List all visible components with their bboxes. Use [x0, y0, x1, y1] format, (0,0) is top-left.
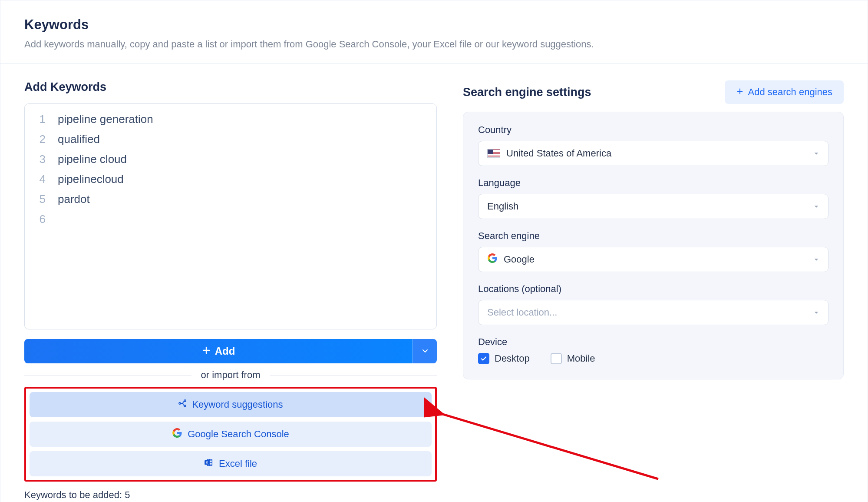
chevron-down-icon: [813, 201, 819, 212]
chevron-down-icon: [813, 254, 819, 265]
add-button-label: Add: [215, 345, 235, 357]
svg-point-2: [184, 405, 186, 407]
desktop-label: Desktop: [495, 353, 530, 364]
keyword-row: 3 pipeline cloud: [25, 149, 436, 169]
import-buttons-group: Keyword suggestions Google Search Consol…: [24, 387, 437, 482]
page-title: Keywords: [24, 17, 844, 33]
svg-point-1: [184, 400, 186, 402]
device-label: Device: [478, 336, 828, 348]
keyword-row: 6: [25, 209, 436, 229]
keyword-row: 1 pipeline generation: [25, 109, 436, 129]
mobile-checkbox[interactable]: Mobile: [551, 353, 595, 364]
country-value: United States of America: [506, 148, 611, 159]
import-label: Google Search Console: [188, 429, 289, 440]
google-icon: [487, 253, 498, 266]
locations-label: Locations (optional): [478, 283, 828, 295]
search-engine-label: Search engine: [478, 230, 828, 242]
keyword-text: qualified: [58, 129, 429, 149]
chevron-down-icon: [422, 347, 429, 356]
plus-icon: [736, 86, 744, 98]
desktop-checkbox[interactable]: Desktop: [478, 353, 530, 364]
checkbox-checked-icon: [478, 353, 489, 364]
country-select[interactable]: United States of America: [478, 141, 828, 166]
chevron-down-icon: [813, 148, 819, 159]
google-icon: [172, 428, 182, 441]
keyword-suggestions-button[interactable]: Keyword suggestions: [30, 392, 432, 417]
search-engine-value: Google: [504, 254, 535, 265]
country-label: Country: [478, 124, 828, 136]
keyword-text: pardot: [58, 189, 429, 209]
keyword-text: pipeline generation: [58, 109, 429, 129]
chevron-down-icon: [813, 307, 819, 318]
keyword-row: 4 pipelinecloud: [25, 169, 436, 189]
google-search-console-button[interactable]: Google Search Console: [30, 422, 432, 447]
locations-placeholder: Select location...: [487, 307, 557, 318]
language-value: English: [487, 201, 518, 212]
add-search-engines-button[interactable]: Add search engines: [725, 80, 844, 104]
keywords-count: Keywords to be added: 5: [24, 489, 437, 501]
mobile-label: Mobile: [567, 353, 595, 364]
search-engine-select[interactable]: Google: [478, 247, 828, 272]
excel-icon: [204, 458, 214, 470]
keyword-row: 5 pardot: [25, 189, 436, 209]
add-button-dropdown[interactable]: [413, 339, 437, 363]
us-flag-icon: [487, 149, 500, 158]
add-se-label: Add search engines: [748, 86, 832, 98]
search-engine-settings-heading: Search engine settings: [463, 86, 591, 99]
language-label: Language: [478, 177, 828, 189]
branch-icon: [178, 399, 187, 410]
import-label: Keyword suggestions: [192, 399, 283, 410]
keyword-text: pipeline cloud: [58, 149, 429, 169]
keyword-row: 2 qualified: [25, 129, 436, 149]
search-engine-settings-panel: Country United States of America Languag…: [463, 112, 844, 379]
import-label: Excel file: [219, 458, 257, 469]
add-keywords-heading: Add Keywords: [24, 80, 437, 94]
page-subtitle: Add keywords manually, copy and paste a …: [24, 37, 844, 51]
add-button[interactable]: Add: [24, 339, 413, 363]
excel-file-button[interactable]: Excel file: [30, 451, 432, 476]
language-select[interactable]: English: [478, 194, 828, 219]
keywords-editor[interactable]: 1 pipeline generation 2 qualified 3 pipe…: [24, 103, 437, 329]
checkbox-unchecked-icon: [551, 353, 562, 364]
locations-select[interactable]: Select location...: [478, 300, 828, 325]
plus-icon: [202, 345, 211, 357]
keyword-text: pipelinecloud: [58, 169, 429, 189]
import-divider: or import from: [24, 369, 437, 381]
